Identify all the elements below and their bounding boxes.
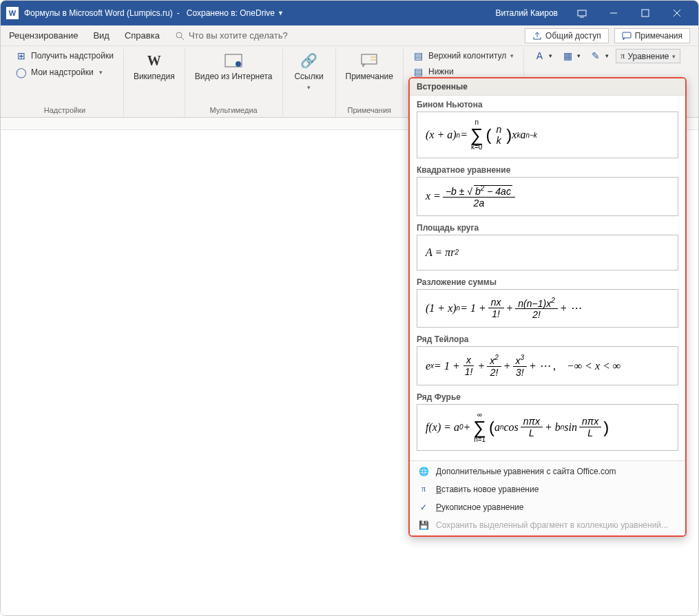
- pi-icon: π: [620, 51, 625, 61]
- svg-rect-3: [623, 32, 631, 38]
- footer-icon: ▤: [413, 66, 424, 77]
- save-icon: 💾: [418, 520, 429, 531]
- tab-view[interactable]: Вид: [93, 30, 109, 41]
- links-button[interactable]: 🔗 Ссылки▾: [290, 49, 328, 93]
- close-icon[interactable]: [661, 1, 693, 25]
- comment-button[interactable]: Примечание: [343, 49, 396, 84]
- globe-icon: 🌐: [418, 466, 429, 477]
- header-button[interactable]: ▤Верхний колонтитул▾: [410, 49, 517, 63]
- eq-quadratic[interactable]: x = −b ± √b2 − 4ac2a: [417, 177, 678, 216]
- my-addins-button[interactable]: ◯Мои надстройки▾: [13, 65, 116, 79]
- eq-title-quadratic: Квадратное уравнение: [417, 165, 678, 175]
- ribbon-display-icon[interactable]: [566, 1, 598, 25]
- header-icon: ▤: [413, 50, 424, 61]
- eq-sum-expansion[interactable]: (1 + x)n = 1 + nx1! + n(n−1)x22! + ⋯: [417, 289, 678, 328]
- save-location[interactable]: Сохранено в: OneDrive ▼: [187, 8, 284, 18]
- eq-taylor[interactable]: ex = 1 + x1! + x22! + x33! + ⋯ , −∞ < x …: [417, 346, 678, 385]
- textbox-button[interactable]: A▾: [531, 49, 555, 63]
- share-icon: [532, 31, 542, 41]
- chevron-down-icon: ▾: [672, 53, 676, 60]
- equation-button[interactable]: π Уравнение ▾: [616, 49, 680, 63]
- eq-title-binomial: Бином Ньютона: [417, 100, 678, 109]
- comment-icon: [622, 31, 632, 41]
- comments-button[interactable]: Примечания: [614, 28, 690, 43]
- online-video-button[interactable]: Видео из Интернета: [192, 49, 275, 84]
- word-icon: W: [6, 7, 19, 19]
- link-icon: 🔗: [300, 51, 319, 70]
- eq-circle-area[interactable]: A = πr2: [417, 235, 678, 270]
- video-icon: [224, 51, 243, 70]
- get-addins-button[interactable]: ⊞Получить надстройки: [13, 49, 116, 63]
- eq-fourier[interactable]: f(x) = a0 + ∞∑n=1 (an cosnπxL + bn sinnπ…: [417, 404, 678, 451]
- share-button[interactable]: Общий доступ: [525, 28, 609, 43]
- pi-icon: π: [418, 484, 429, 495]
- footer-button[interactable]: ▤Нижни: [410, 65, 517, 78]
- svg-point-5: [236, 61, 241, 67]
- wikipedia-icon: W: [145, 51, 164, 70]
- more-equations-office[interactable]: 🌐 Дополнительные уравнения с сайта Offic…: [410, 463, 685, 480]
- wikipedia-button[interactable]: W Википедия: [131, 49, 178, 84]
- eq-binomial[interactable]: (x + a)n = n∑k=0 (nk) xkan−k: [417, 111, 678, 158]
- eq-title-expansion: Разложение суммы: [417, 277, 678, 287]
- svg-rect-6: [362, 54, 377, 64]
- comment-icon: [359, 51, 379, 70]
- user-name[interactable]: Виталий Каиров: [495, 8, 558, 18]
- group-addins-label: Надстройки: [44, 105, 85, 117]
- ink-equation[interactable]: ✓ Рукописное уравнение: [410, 498, 685, 516]
- ribbon-tabs: Рецензирование Вид Справка Что вы хотите…: [1, 25, 698, 46]
- eq-title-taylor: Ряд Тейлора: [417, 334, 678, 344]
- tab-help[interactable]: Справка: [125, 30, 160, 41]
- addins-icon: ◯: [16, 67, 27, 78]
- tab-review[interactable]: Рецензирование: [9, 30, 78, 41]
- ink-icon: ✓: [418, 502, 429, 513]
- gallery-header: Встроенные: [410, 78, 685, 96]
- save-to-gallery: 💾 Сохранить выделенный фрагмент в коллек…: [410, 516, 685, 534]
- textbox-icon: A: [534, 50, 545, 61]
- insert-new-equation[interactable]: π Вставить новое уравнение: [410, 480, 685, 498]
- svg-rect-0: [578, 10, 586, 16]
- svg-point-2: [176, 32, 182, 38]
- tell-me-search[interactable]: Что вы хотите сделать?: [175, 30, 288, 41]
- eq-title-circle: Площадь круга: [417, 223, 678, 233]
- equation-gallery: Встроенные Бином Ньютона (x + a)n = n∑k=…: [408, 77, 687, 537]
- titlebar: W Формулы в Microsoft Word (Lumpics.ru) …: [1, 1, 698, 25]
- maximize-icon[interactable]: [629, 1, 661, 25]
- minimize-icon[interactable]: [598, 1, 629, 25]
- signature-button[interactable]: ✎▾: [587, 49, 612, 63]
- svg-rect-1: [642, 10, 649, 17]
- quickparts-button[interactable]: ▦▾: [559, 49, 583, 63]
- store-icon: ⊞: [16, 50, 27, 61]
- document-title: Формулы в Microsoft Word (Lumpics.ru): [24, 8, 173, 18]
- gallery-footer: 🌐 Дополнительные уравнения с сайта Offic…: [410, 460, 685, 535]
- eq-title-fourier: Ряд Фурье: [417, 392, 678, 402]
- signature-icon: ✎: [590, 50, 601, 61]
- parts-icon: ▦: [562, 50, 573, 61]
- search-icon: [175, 31, 185, 41]
